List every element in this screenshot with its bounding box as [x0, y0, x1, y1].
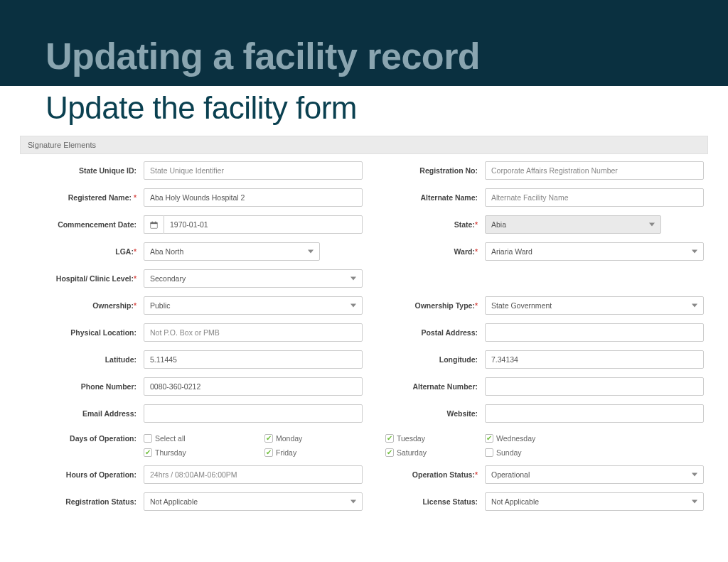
svg-rect-2 — [152, 221, 153, 222]
checkbox[interactable] — [144, 448, 152, 457]
state-unique-id-field[interactable]: State Unique Identifier — [144, 161, 363, 180]
chevron-down-icon — [649, 223, 655, 227]
label-alternate-name: Alternate Name: — [363, 193, 485, 202]
alternate-name-field[interactable]: Alternate Facility Name — [485, 188, 704, 207]
label-state-unique-id: State Unique ID: — [21, 166, 144, 175]
checkbox[interactable] — [485, 448, 493, 457]
phone-number-field[interactable]: 0080-360-0212 — [144, 377, 363, 396]
svg-rect-1 — [151, 222, 158, 224]
registration-status-select[interactable]: Not Applicable — [144, 492, 363, 511]
state-select[interactable]: Abia — [485, 215, 661, 234]
label-registration-status: Registration Status: — [21, 497, 144, 506]
label-lga: LGA:* — [21, 247, 144, 256]
ward-select[interactable]: Ariaria Ward — [485, 242, 704, 261]
chevron-down-icon — [692, 304, 697, 308]
label-postal-address: Postal Address: — [363, 328, 485, 337]
label-registration-no: Registration No: — [363, 166, 485, 175]
physical-location-field[interactable]: Not P.O. Box or PMB — [144, 323, 363, 342]
chevron-down-icon — [692, 250, 697, 254]
ownership-type-select[interactable]: State Government — [485, 296, 704, 315]
registration-no-field[interactable]: Corporate Affairs Registration Number — [485, 161, 704, 180]
email-address-field[interactable] — [144, 404, 363, 423]
label-ownership-type: Ownership Type:* — [363, 301, 485, 310]
chevron-down-icon — [692, 500, 697, 504]
label-state: State:* — [363, 220, 485, 229]
checkbox[interactable] — [385, 448, 394, 457]
day-sunday[interactable]: Sunday — [485, 445, 627, 460]
label-email-address: Email Address: — [21, 409, 144, 418]
label-registered-name: Registered Name: * — [21, 193, 144, 202]
lga-select[interactable]: Aba North — [144, 242, 320, 261]
hours-of-operation-field[interactable]: 24hrs / 08:00AM-06:00PM — [144, 465, 363, 484]
operation-status-select[interactable]: Operational — [485, 465, 704, 484]
day-wednesday[interactable]: Wednesday — [485, 431, 627, 445]
banner-title: Updating a facility record — [46, 38, 480, 86]
label-commencement-date: Commencement Date: — [21, 220, 144, 229]
day-tuesday[interactable]: Tuesday — [385, 431, 485, 445]
checkbox[interactable] — [264, 434, 273, 443]
chevron-down-icon — [350, 500, 356, 504]
form-area: State Unique ID: State Unique Identifier… — [21, 161, 707, 511]
website-field[interactable] — [485, 404, 704, 423]
alternate-number-field[interactable] — [485, 377, 704, 396]
day-thursday[interactable]: Thursday — [144, 445, 264, 460]
label-license-status: License Status: — [363, 497, 485, 506]
banner: Updating a facility record — [0, 0, 728, 86]
calendar-icon[interactable] — [144, 215, 164, 234]
longitude-field[interactable]: 7.34134 — [485, 350, 704, 369]
chevron-down-icon — [308, 250, 314, 254]
svg-rect-3 — [155, 221, 156, 222]
label-operation-status: Operation Status:* — [363, 470, 485, 479]
day-saturday[interactable]: Saturday — [385, 445, 485, 460]
label-physical-location: Physical Location: — [21, 328, 144, 337]
day-select-all[interactable]: Select all — [144, 431, 264, 445]
label-hospital-level: Hospital/ Clinic Level:* — [21, 274, 144, 283]
label-latitude: Latitude: — [21, 355, 144, 364]
label-phone-number: Phone Number: — [21, 382, 144, 391]
day-monday[interactable]: Monday — [264, 431, 385, 445]
label-hours-of-operation: Hours of Operation: — [21, 470, 144, 479]
label-ownership: Ownership:* — [21, 301, 144, 310]
postal-address-field[interactable] — [485, 323, 704, 342]
chevron-down-icon — [350, 277, 356, 281]
chevron-down-icon — [692, 473, 697, 477]
latitude-field[interactable]: 5.11445 — [144, 350, 363, 369]
hospital-level-select[interactable]: Secondary — [144, 269, 363, 288]
label-website: Website: — [363, 409, 485, 418]
ownership-select[interactable]: Public — [144, 296, 363, 315]
checkbox[interactable] — [144, 434, 152, 443]
checkbox[interactable] — [385, 434, 394, 443]
label-ward: Ward:* — [363, 247, 485, 256]
label-days-of-operation: Days of Operation: — [21, 431, 144, 460]
day-friday[interactable]: Friday — [264, 445, 385, 460]
chevron-down-icon — [350, 304, 356, 308]
panel-heading: Signature Elements — [20, 136, 708, 154]
license-status-select[interactable]: Not Applicable — [485, 492, 704, 511]
label-alternate-number: Alternate Number: — [363, 382, 485, 391]
checkbox[interactable] — [264, 448, 273, 457]
label-longitude: Longitude: — [363, 355, 485, 364]
commencement-date-field[interactable]: 1970-01-01 — [164, 215, 363, 234]
days-grid: Select all Monday Tuesday Wednesday Thur… — [144, 431, 707, 460]
registered-name-field[interactable]: Aba Holy Wounds Hospital 2 — [144, 188, 363, 207]
page-subtitle: Update the facility form — [0, 90, 728, 126]
checkbox[interactable] — [485, 434, 493, 443]
